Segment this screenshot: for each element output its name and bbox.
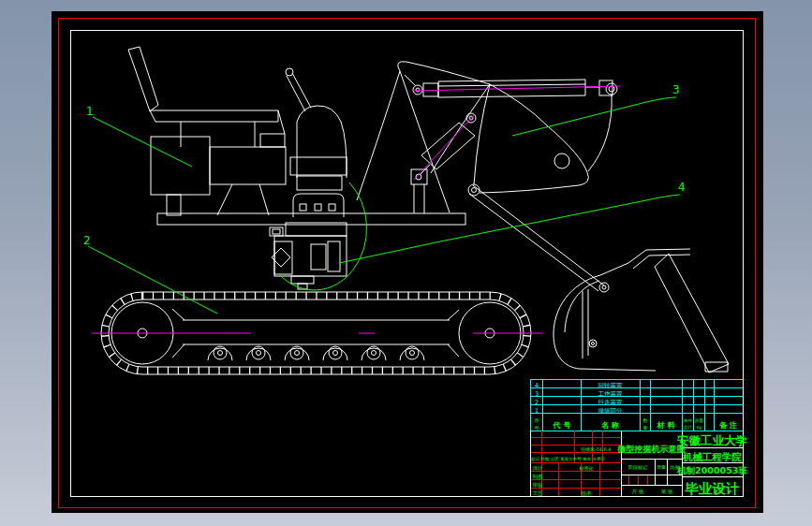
weight-label: 质量 bbox=[657, 464, 666, 470]
sheets-page: 第 张 bbox=[661, 489, 673, 495]
sig-approve: 批准 bbox=[582, 490, 593, 497]
drawing-canvas[interactable] bbox=[52, 11, 763, 513]
part-name: 回转装置 bbox=[598, 382, 624, 389]
callout-4: 4 bbox=[678, 181, 686, 194]
header-weight: 质量 bbox=[695, 418, 704, 423]
header-code: 代 号 bbox=[553, 421, 571, 430]
header-total: 总计 bbox=[683, 425, 693, 430]
university-name: 安徽工业大学 bbox=[677, 433, 747, 447]
header-seq: 号 bbox=[535, 425, 539, 431]
drawing-title: 微型挖掘机示意图 bbox=[617, 445, 686, 454]
part-name: 操纵部分 bbox=[598, 407, 624, 415]
revision-row-label: 标记 处数 分区 更改文件号 签名 年月日 bbox=[530, 456, 605, 462]
college-name: 机械工程学院 bbox=[682, 451, 743, 462]
sig-standard: 标准化 bbox=[579, 465, 594, 472]
sig-draft: 制图 bbox=[533, 474, 543, 480]
header-qty: 量 bbox=[643, 425, 648, 431]
header-seq: 序 bbox=[535, 417, 539, 424]
project-name: 毕业设计 bbox=[685, 481, 741, 496]
stage-mark-label: 阶段标记 bbox=[628, 464, 647, 471]
sheets-total: 共 张 bbox=[631, 489, 644, 495]
designer-entry: 任继凤 04.6.4 bbox=[581, 446, 612, 452]
part-name: 工作装置 bbox=[598, 390, 624, 398]
part-name: 行走装置 bbox=[598, 399, 624, 406]
part-no: 2 bbox=[535, 399, 539, 406]
sig-process: 工艺 bbox=[533, 490, 544, 496]
callout-3: 3 bbox=[672, 83, 680, 96]
callout-2: 2 bbox=[83, 234, 91, 247]
cad-screenshot: 1 2 3 4 4 bbox=[0, 0, 812, 526]
class-name: 机制2000053班 bbox=[676, 465, 747, 475]
header-name: 名 称 bbox=[600, 421, 619, 430]
header-remarks: 备 注 bbox=[719, 421, 737, 430]
header-unit: 单件 bbox=[684, 418, 693, 423]
part-no: 3 bbox=[535, 390, 539, 398]
header-kg: kg bbox=[697, 425, 702, 430]
header-qty: 数 bbox=[643, 417, 648, 423]
sig-design: 设计 bbox=[533, 465, 544, 471]
cad-viewport[interactable]: 1 2 3 4 4 bbox=[0, 0, 812, 526]
part-no: 1 bbox=[535, 407, 539, 415]
part-no: 4 bbox=[535, 382, 539, 389]
header-material: 材 料 bbox=[657, 421, 676, 430]
sig-check: 审核 bbox=[533, 482, 544, 488]
callout-1: 1 bbox=[86, 105, 94, 118]
